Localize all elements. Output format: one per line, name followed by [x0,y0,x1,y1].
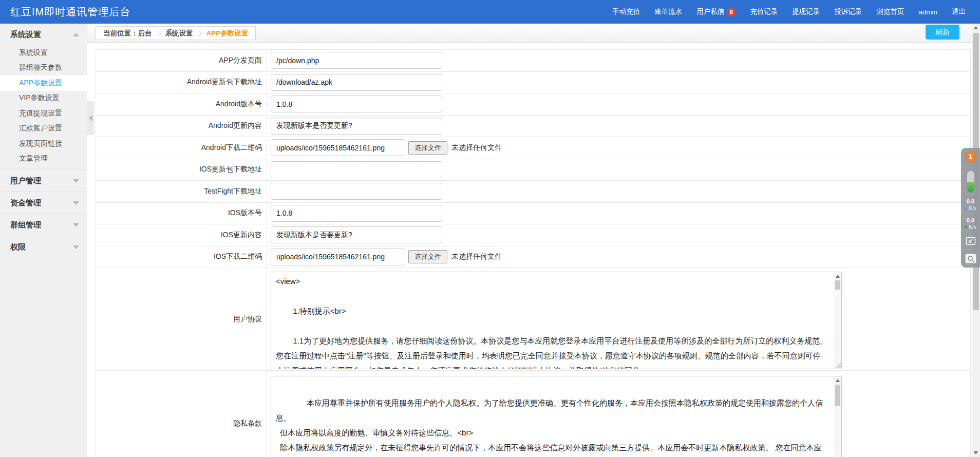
topnav-user-messages[interactable]: 用户私信8 [689,0,743,24]
textarea-scrollbar [834,272,841,369]
resize-grip-icon[interactable] [834,361,841,369]
security-shield-icon[interactable]: 1 [965,151,976,163]
breadcrumb-bar: 当前位置：后台 系统设置 APP参数设置 刷新 [87,24,980,43]
row-label: IOS更新包下载地址 [96,159,267,181]
magnifier-icon[interactable] [965,254,976,263]
top-header-bar: 红豆IM即时通讯管理后台 手动充值 账单流水 用户私信8 充值记录 提现记录 投… [0,0,980,24]
file-status-text: 未选择任何文件 [451,143,502,153]
sidebar-item-system-settings[interactable]: 系统设置 [0,45,87,61]
refresh-button[interactable]: 刷新 [926,25,959,40]
sidebar-item-article-manage[interactable]: 文章管理 [0,151,87,167]
topnav-recharge-records[interactable]: 充值记录 [743,0,785,24]
row-label: IOS下载二维码 [96,246,267,268]
row-label: 用户协议 [96,268,267,370]
topnav-bill-flow[interactable]: 账单流水 [647,0,689,24]
privacy-policy-textarea[interactable]: 本应用尊重并保护所有使用服务用户的个人隐私权。为了给您提供更准确、更有个性化的服… [271,376,842,457]
ios-qrcode-input[interactable] [271,249,405,265]
form-row-ios-qrcode: IOS下载二维码 选择文件 未选择任何文件 [96,246,970,269]
user-agreement-textarea[interactable]: <view> 1.特别提示<br> 1.1为了更好地为您提供服务，请您仔细阅读这… [271,272,842,369]
distribution-page-input[interactable] [271,52,442,69]
ios-version-input[interactable] [271,205,442,222]
form-row-ios-package-url: IOS更新包下载地址 [96,159,970,181]
unread-count-badge: 8 [727,8,736,16]
download-speed: 0.0 K/s [965,217,976,231]
form-row-android-package-url: Android更新包下载地址 [96,72,970,94]
ios-update-content-input[interactable] [271,226,442,243]
main-content: 当前位置：后台 系统设置 APP参数设置 刷新 APP分发页面 Android更… [87,24,980,457]
sidebar-section-fund-manage[interactable]: 资金管理 [0,192,87,214]
topnav-complaint-records[interactable]: 投诉记录 [827,0,869,24]
ios-qrcode-file-button[interactable]: 选择文件 [408,250,447,263]
topnav-view-homepage[interactable]: 浏览首页 [869,0,911,24]
row-label: Android下载二维码 [96,137,267,159]
app-title: 红豆IM即时通讯管理后台 [0,5,130,19]
testflight-url-input[interactable] [271,183,442,200]
sidebar: 系统设置 系统设置 群组聊天参数 APP参数设置 VIP参数设置 充值提现设置 … [0,24,87,457]
android-qrcode-file-button[interactable]: 选择文件 [408,141,447,155]
form-row-ios-version: IOS版本号 [96,203,970,225]
sidebar-section-user-manage[interactable]: 用户管理 [0,170,87,192]
breadcrumb-backend[interactable]: 当前位置：后台 [103,29,152,38]
android-package-url-input[interactable] [271,74,442,91]
download-arrow-icon [965,226,968,229]
textarea-scrollbar [834,376,841,457]
chevron-down-icon [73,201,79,205]
form-row-android-version: Android版本号 [96,93,970,116]
breadcrumb-separator-icon [155,30,161,36]
form-row-user-agreement: 用户协议 <view> 1.特别提示<br> 1.1为了更好地为您提供服务，请您… [96,268,970,371]
top-nav: 手动充值 账单流水 用户私信8 充值记录 提现记录 投诉记录 浏览首页 admi… [605,0,980,24]
file-status-text: 未选择任何文件 [451,252,502,261]
scroll-up-icon[interactable] [834,376,841,384]
form-row-distribution-page: APP分发页面 [96,50,970,72]
ios-package-url-input[interactable] [271,161,442,178]
form-row-privacy-policy: 隐私条款 本应用尊重并保护所有使用服务用户的个人隐私权。为了给您提供更准确、更有… [96,371,970,457]
scroll-up-icon[interactable] [972,24,980,32]
upload-arrow-icon [965,207,968,210]
form-row-android-qrcode: Android下载二维码 选择文件 未选择任何文件 [96,137,970,159]
sidebar-item-discover-links[interactable]: 发现页面链接 [0,136,87,151]
row-label: 隐私条款 [96,371,267,457]
scrollbar-thumb[interactable] [835,280,840,290]
android-qrcode-input[interactable] [271,139,405,156]
chevron-down-icon [73,245,79,249]
chevron-up-icon [73,33,79,36]
row-label: APP分发页面 [96,50,267,71]
scroll-up-icon[interactable] [834,272,841,280]
sidebar-item-vip-params[interactable]: VIP参数设置 [0,91,87,106]
app-params-form: APP分发页面 Android更新包下载地址 Android版本号 Androi… [96,49,971,457]
breadcrumb-separator-icon [196,30,202,36]
sidebar-item-remit-account[interactable]: 汇款账户设置 [0,121,87,137]
form-row-testflight-url: TestFight下载地址 [96,181,970,203]
android-version-input[interactable] [271,96,442,112]
breadcrumb-current-page: APP参数设置 [206,29,249,38]
sidebar-section-group-manage[interactable]: 群组管理 [0,214,87,236]
scrollbar-thumb[interactable] [835,385,840,406]
sidebar-item-app-params[interactable]: APP参数设置 [0,75,87,91]
android-update-content-input[interactable] [271,118,442,135]
chevron-left-icon [89,115,92,121]
upload-speed: 0.0 K/s [965,198,976,212]
topnav-withdraw-records[interactable]: 提现记录 [785,0,827,24]
status-capsule-icon[interactable] [967,171,974,193]
row-label: Android版本号 [96,93,267,115]
breadcrumb: 当前位置：后台 系统设置 APP参数设置 [96,26,256,40]
sidebar-section-permissions[interactable]: 权限 [0,236,87,258]
topnav-admin-account[interactable]: admin [911,0,945,24]
row-label: IOS更新内容 [96,224,267,246]
form-row-ios-update-content: IOS更新内容 [96,224,970,246]
chevron-down-icon [73,179,79,183]
topnav-manual-recharge[interactable]: 手动充值 [605,0,647,24]
sidebar-section-system-settings[interactable]: 系统设置 [0,24,87,45]
topnav-logout[interactable]: 退出 [945,0,973,24]
sidebar-item-group-chat-params[interactable]: 群组聊天参数 [0,61,87,76]
breadcrumb-system-settings[interactable]: 系统设置 [165,29,193,38]
sidebar-collapse-handle[interactable] [87,101,94,135]
floating-toolbar-widget: 1 0.0 K/s 0.0 K/s [961,148,980,268]
screenshot-icon[interactable] [966,237,976,247]
app-window: 红豆IM即时通讯管理后台 手动充值 账单流水 用户私信8 充值记录 提现记录 投… [0,0,980,457]
sidebar-item-recharge-withdraw[interactable]: 充值提现设置 [0,106,87,121]
chevron-down-icon [73,223,79,227]
row-label: Android更新包下载地址 [96,72,267,93]
row-label: TestFight下载地址 [96,181,267,202]
scroll-down-icon[interactable] [972,449,980,457]
